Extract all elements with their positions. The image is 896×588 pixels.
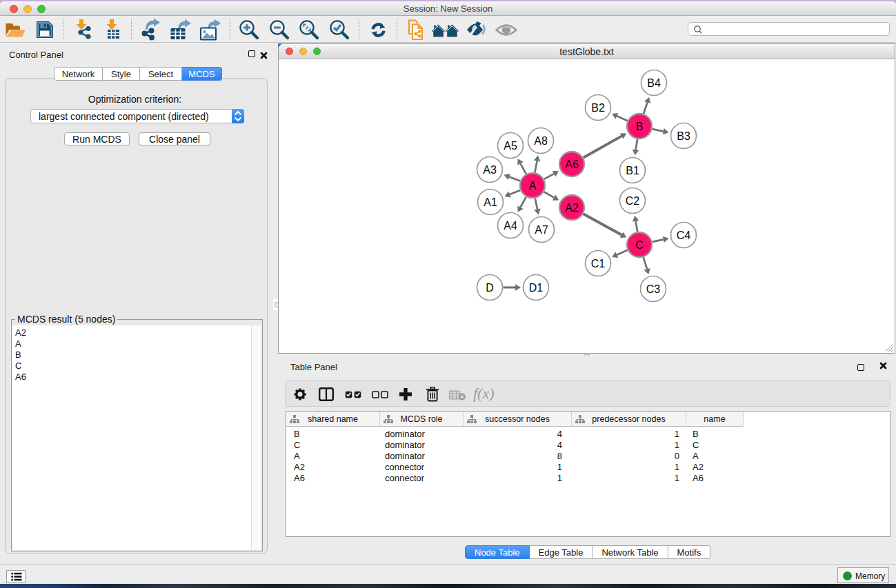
svg-text:A1: A1: [484, 196, 497, 208]
svg-text:B4: B4: [647, 77, 661, 89]
svg-text:B3: B3: [677, 130, 690, 142]
svg-text:A6: A6: [565, 159, 579, 170]
svg-text:A3: A3: [483, 164, 497, 176]
svg-text:A: A: [529, 180, 537, 192]
svg-text:A2: A2: [565, 202, 579, 214]
svg-text:A4: A4: [504, 220, 517, 232]
svg-text:B1: B1: [626, 165, 639, 176]
svg-text:D: D: [486, 282, 494, 294]
svg-text:A8: A8: [534, 135, 548, 147]
svg-text:C4: C4: [677, 230, 691, 241]
svg-text:C1: C1: [591, 258, 606, 270]
svg-text:B: B: [636, 121, 644, 132]
svg-text:A5: A5: [504, 140, 517, 152]
svg-text:C: C: [635, 239, 644, 251]
svg-text:C2: C2: [626, 195, 640, 207]
svg-text:B2: B2: [591, 102, 605, 114]
svg-text:C3: C3: [646, 283, 661, 295]
svg-text:D1: D1: [529, 282, 544, 294]
svg-text:A7: A7: [535, 224, 548, 236]
